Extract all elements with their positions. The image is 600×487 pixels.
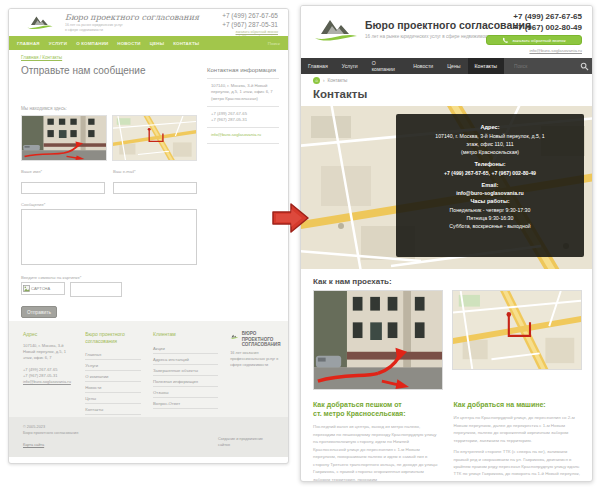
footer-link-contacts[interactable]: Контакты (85, 404, 141, 415)
hours-line-3: Суббота, воскресенье - выходной (404, 222, 576, 230)
copyright-line-2: Бюро проектного согласования (23, 430, 274, 436)
phone-icon (502, 37, 509, 44)
breadcrumb[interactable]: Главная / Контакты (21, 55, 62, 60)
nav-about[interactable]: О компании (365, 58, 406, 74)
location-label: Мы находимся здесь: (21, 106, 197, 111)
footer-menu-title: Бюро проектного согласования (85, 331, 141, 344)
footer-link-home[interactable]: Главная (85, 349, 141, 360)
captcha-input[interactable] (70, 282, 122, 297)
developer-credit-link[interactable]: Создание и продвижение сайтов (218, 437, 274, 448)
walk-directions-title: Как добраться пешком от ст. метро Красно… (313, 400, 442, 418)
nav-services[interactable]: Услуги (335, 58, 365, 74)
old-nav-about[interactable]: О КОМПАНИИ (76, 41, 108, 46)
footer-clients-title: Клиентам (153, 331, 218, 338)
route-map-image (112, 115, 197, 161)
footer-address: 107140, г. Москва, 3-й Новый переулок, д… (23, 343, 73, 362)
footer-logo-name: БЮРО ПРОЕКТНОГО СОГЛАСОВАНИЯ (242, 331, 288, 348)
old-site-tagline: 16 лет на рынке юридических услуг в сфер… (65, 23, 123, 33)
old-site-title: Бюро проектного согласования (65, 13, 199, 22)
address-label: Адрес: (480, 124, 499, 130)
old-contact-sidebar: Контактная информация 107140, г. Москва,… (207, 67, 279, 144)
contact-email-link[interactable]: info@buro-soglasovania.ru (207, 128, 279, 143)
email-value[interactable]: info@buro-soglasovania.ru (404, 189, 576, 197)
old-site-screenshot: Бюро проектного согласования 16 лет на р… (8, 8, 289, 464)
message-textarea[interactable] (21, 209, 197, 265)
nav-prices[interactable]: Цены (440, 58, 467, 74)
footer-link-news[interactable]: Новости (85, 382, 141, 393)
email-input[interactable] (113, 182, 197, 194)
page-title: Контакты (313, 88, 367, 100)
footer-link-faq[interactable]: Вопрос-Ответ (153, 398, 218, 409)
footer-email-link[interactable]: info@buro-soglasovania.ru (23, 379, 73, 385)
message-label: Сообщение* (21, 202, 197, 207)
footer-address-title: Адрес (23, 331, 73, 338)
nav-news[interactable]: Новости (406, 58, 440, 74)
name-input[interactable] (21, 182, 105, 194)
submit-button[interactable]: Отправить (21, 306, 57, 318)
page-title: Отправьте нам сообщение (21, 65, 197, 76)
new-logo-icon (313, 14, 359, 44)
hours-label: Часы работы: (470, 198, 509, 204)
old-header: Бюро проектного согласования 16 лет на р… (9, 9, 288, 35)
new-header-phones: +7 (499) 267-67-65 +7 (967) 002-80-49 (513, 12, 582, 34)
old-logo-icon (23, 13, 57, 31)
old-footer: Адрес 107140, г. Москва, 3-й Новый переу… (9, 321, 288, 417)
contact-info-overlay: Адрес: 107140, г. Москва, 3-й Новый пере… (396, 114, 584, 257)
footer-link-addresses[interactable]: Адреса инстанций (153, 354, 218, 365)
old-nav-home[interactable]: ГЛАВНАЯ (17, 41, 40, 46)
footer-link-info[interactable]: Полезная информация (153, 376, 218, 387)
home-icon[interactable]: ⌂ (313, 77, 320, 84)
new-site-tagline: 16 лет на рынке юридических услуг в сфер… (365, 34, 492, 39)
captcha-label: Введите символы на картинке* (21, 275, 197, 280)
footer-link-prices[interactable]: Цены (85, 393, 141, 404)
footer-logo-text: 16 лет оказания профессиональных услуг в… (230, 351, 288, 368)
phones-value: +7 (499) 267-67-65, +7 (967) 002-80-49 (404, 169, 576, 177)
callback-button[interactable]: заказать обратный звонок (486, 35, 582, 45)
contact-info-title: Контактная информация (207, 67, 279, 73)
route-section-title: Как к нам проехать: (313, 277, 392, 286)
name-label: Ваше имя* (21, 169, 105, 174)
old-nav-services[interactable]: УСЛУГИ (49, 41, 67, 46)
sitemap-link[interactable]: Карта сайта (23, 442, 44, 448)
nav-contacts-active[interactable]: Контакты (468, 58, 504, 74)
broken-image-icon (23, 285, 30, 292)
old-nav-news[interactable]: НОВОСТИ (117, 41, 140, 46)
car-directions-text-2: По внутренней стороне ТТК (с севера на ю… (454, 448, 583, 482)
route-map-image (452, 290, 582, 370)
breadcrumb-current: Контакты (328, 78, 348, 83)
new-header: Бюро проектного согласования 16 лет на р… (301, 6, 592, 58)
old-nav-search[interactable]: Поиск (268, 41, 280, 46)
email-label: Ваш e-mail* (113, 169, 197, 174)
address-line-1: 107140, г. Москва, 3-й Новый переулок, д… (404, 132, 576, 140)
search-input[interactable] (514, 64, 580, 69)
captcha-image: CAPTCHA (21, 282, 65, 295)
car-directions-text-1: Из центра по Краснопрудной улице, до пер… (454, 414, 583, 444)
building-photo (313, 290, 443, 390)
old-header-phones: +7 (499) 267-67-65 +7 (967) 287-05-31 (222, 12, 278, 30)
contact-address: 107140, г. Москва, 3-й Новый переулок, д… (207, 79, 279, 107)
old-phone-2: +7 (967) 287-05-31 (222, 21, 278, 30)
nav-home[interactable]: Главная (301, 58, 335, 74)
footer-link-projects[interactable]: Завершенные объекты (153, 365, 218, 376)
footer-link-reviews[interactable]: Отзывы (153, 387, 218, 398)
hours-line-2: Пятница 9:30-16:30 (404, 214, 576, 222)
car-directions-title: Как добраться на машине: (454, 400, 583, 409)
walk-directions-text: Последний вагон из центра, выход из метр… (313, 423, 442, 482)
contact-phones: +7 (499) 267-67-65 +7 (967) 287-05-31 (207, 107, 279, 129)
footer-link-services[interactable]: Услуги (85, 360, 141, 371)
old-nav-prices[interactable]: ЦЕНЫ (150, 41, 164, 46)
old-phone-1: +7 (499) 267-67-65 (222, 12, 278, 21)
magnifier-icon (580, 62, 589, 71)
address-line-2: этаж, офис 110, 111 (404, 140, 576, 148)
old-nav-contacts[interactable]: КОНТАКТЫ (173, 41, 199, 46)
search-button[interactable] (580, 60, 589, 72)
footer-link-promos[interactable]: Акции (153, 343, 218, 354)
footer-logo-icon (230, 331, 238, 342)
phones-label: Телефоны: (474, 161, 505, 167)
footer-link-about[interactable]: О компании (85, 371, 141, 382)
building-photo (21, 115, 107, 161)
new-phone-2: +7 (967) 002-80-49 (513, 23, 582, 34)
new-email-link[interactable]: info@buro-soglasovania.ru (529, 48, 582, 53)
redesign-arrow-icon (272, 201, 310, 235)
old-main-column: Отправьте нам сообщение Мы находимся зде… (21, 65, 197, 318)
